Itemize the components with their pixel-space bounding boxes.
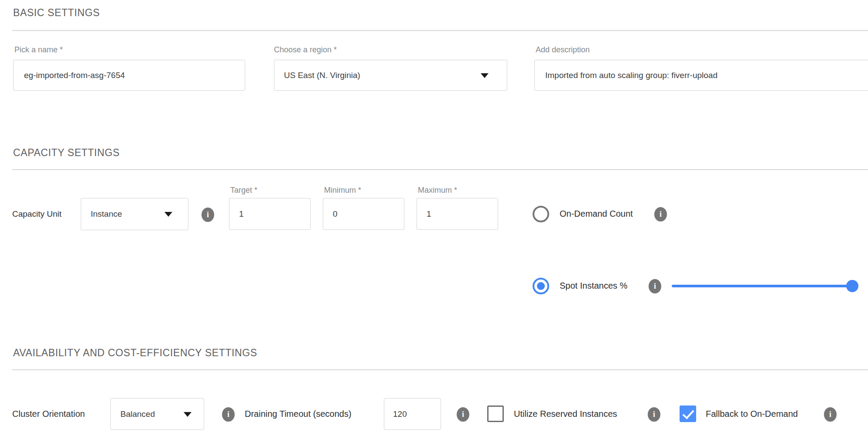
cluster-orientation-label: Cluster Orientation (12, 409, 85, 419)
cluster-orientation-info-icon[interactable] (222, 407, 235, 422)
draining-timeout-info-icon[interactable] (457, 407, 469, 422)
fallback-on-demand-info-icon[interactable] (824, 407, 837, 422)
description-field-label: Add description (536, 45, 590, 55)
minimum-input[interactable] (323, 198, 404, 230)
spot-slider-track[interactable] (672, 285, 852, 287)
target-input[interactable] (229, 198, 311, 230)
maximum-input[interactable] (417, 198, 498, 230)
fallback-on-demand-checkbox[interactable] (680, 406, 696, 422)
capacity-unit-label: Capacity Unit (12, 209, 62, 219)
capacity-unit-select-value: Instance (91, 209, 122, 219)
fallback-on-demand-label: Fallback to On-Demand (706, 409, 798, 419)
description-input[interactable] (534, 60, 868, 91)
on-demand-count-info-icon[interactable] (654, 207, 667, 222)
on-demand-count-radio[interactable] (533, 206, 549, 222)
capacity-unit-select[interactable]: Instance (81, 198, 188, 230)
cluster-orientation-select-value: Balanced (120, 409, 155, 419)
utilize-reserved-label: Utilize Reserved Instances (514, 409, 617, 419)
spot-instances-radio[interactable] (533, 278, 549, 294)
availability-settings-divider (12, 369, 868, 370)
draining-timeout-input[interactable] (384, 398, 441, 430)
chevron-down-icon (164, 212, 172, 217)
on-demand-count-label: On-Demand Count (560, 209, 633, 219)
basic-settings-title: BASIC SETTINGS (13, 7, 100, 19)
capacity-unit-info-icon[interactable] (202, 208, 214, 222)
cluster-orientation-select[interactable]: Balanced (110, 398, 204, 430)
availability-settings-title: AVAILABILITY AND COST-EFFICIENCY SETTING… (13, 347, 257, 359)
name-input[interactable] (13, 60, 245, 91)
region-select-value: US East (N. Virginia) (284, 71, 360, 80)
spot-slider-thumb[interactable] (846, 280, 858, 292)
name-field-label: Pick a name * (14, 45, 63, 55)
region-select[interactable]: US East (N. Virginia) (274, 60, 507, 91)
region-field-label: Choose a region * (274, 45, 337, 55)
minimum-field-label: Minimum * (324, 186, 361, 195)
chevron-down-icon (481, 73, 489, 78)
maximum-field-label: Maximum * (418, 186, 457, 195)
utilize-reserved-checkbox[interactable] (487, 406, 504, 422)
capacity-settings-title: CAPACITY SETTINGS (13, 147, 120, 159)
basic-settings-divider (12, 30, 868, 31)
spot-instances-info-icon[interactable] (649, 279, 661, 293)
spot-instances-label: Spot Instances % (560, 281, 628, 291)
elastigroup-creation-form: BASIC SETTINGS Pick a name * Choose a re… (0, 0, 868, 443)
utilize-reserved-info-icon[interactable] (648, 407, 660, 422)
draining-timeout-label: Draining Timeout (seconds) (245, 409, 352, 419)
capacity-settings-divider (12, 169, 868, 170)
chevron-down-icon (184, 412, 191, 417)
target-field-label: Target * (230, 186, 257, 195)
